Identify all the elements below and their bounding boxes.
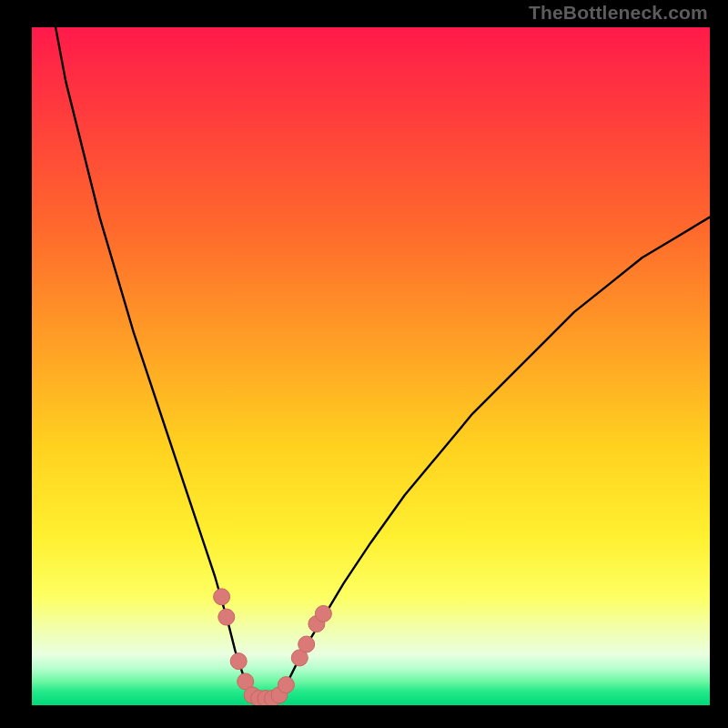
watermark-text: TheBottleneck.com: [529, 2, 708, 24]
bottleneck-curve: [32, 27, 710, 705]
chart-frame: TheBottleneck.com: [0, 0, 728, 728]
curve-marker: [278, 677, 294, 693]
curve-marker: [218, 609, 235, 625]
curve-marker: [214, 589, 230, 605]
plot-area: [32, 27, 710, 705]
curve-marker: [298, 636, 315, 652]
curve-marker: [315, 605, 331, 622]
curve-path: [32, 27, 710, 699]
curve-marker: [230, 653, 247, 670]
